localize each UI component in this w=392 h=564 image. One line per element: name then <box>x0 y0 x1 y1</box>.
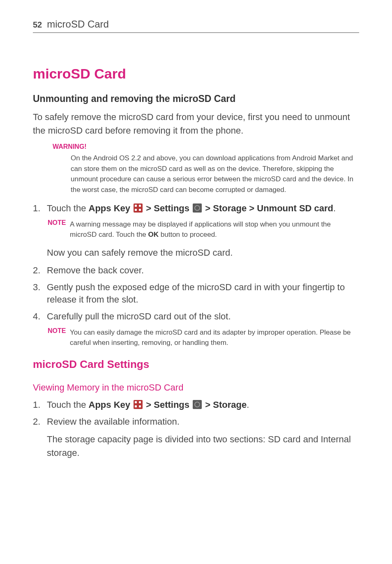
storage-label: Storage <box>213 400 247 410</box>
step-number: 3. <box>33 281 47 307</box>
step-4: 4. Carefully pull the microSD card out o… <box>33 310 359 323</box>
note-text: A warning message may be displayed if ap… <box>70 219 359 240</box>
header-title: microSD Card <box>47 18 109 30</box>
step-body: Carefully pull the microSD card out of t… <box>47 310 359 323</box>
warning-text: On the Android OS 2.2 and above, you can… <box>53 153 355 195</box>
section2-step-2-followup: The storage capacity page is divided int… <box>47 432 359 460</box>
note-2: NOTE You can easily damage the microSD c… <box>48 327 359 348</box>
subtitle-viewing-memory: Viewing Memory in the microSD Card <box>33 382 359 393</box>
storage-label: Storage <box>213 203 247 213</box>
section-title-settings: microSD Card Settings <box>33 358 359 371</box>
note-label: NOTE <box>48 327 70 348</box>
apps-key-icon <box>134 203 143 213</box>
step-number: 4. <box>33 310 47 323</box>
unmount-label: Unmount SD card <box>257 203 333 213</box>
period: . <box>247 400 249 410</box>
ok-button-label: OK <box>148 231 159 238</box>
intro-paragraph: To safely remove the microSD card from y… <box>33 110 359 137</box>
note-text-post: button to proceed. <box>159 231 217 238</box>
page-number: 52 <box>33 20 42 30</box>
step-number: 2. <box>33 416 47 428</box>
settings-icon <box>193 203 202 213</box>
subtitle-unmounting: Unmounting and removing the microSD Card <box>33 93 359 104</box>
separator: > <box>205 400 213 410</box>
note-label: NOTE <box>48 219 70 240</box>
settings-label: Settings <box>154 203 189 213</box>
separator: > <box>205 203 213 213</box>
apps-key-label: Apps Key <box>89 400 130 410</box>
warning-label: WARNING! <box>53 143 355 150</box>
page-header: 52 microSD Card <box>33 18 359 33</box>
settings-label: Settings <box>154 400 189 410</box>
step-body: Touch the Apps Key > Settings > Storage. <box>47 399 359 411</box>
separator: > <box>249 203 257 213</box>
step-1: 1. Touch the Apps Key > Settings > Stora… <box>33 202 359 215</box>
step-body: Gently push the exposed edge of the micr… <box>47 281 359 307</box>
step-body: Remove the back cover. <box>47 264 359 277</box>
step-3: 3. Gently push the exposed edge of the m… <box>33 281 359 307</box>
step-1-followup: Now you can safely remove the microSD ca… <box>47 246 359 259</box>
step-number: 1. <box>33 399 47 411</box>
warning-block: WARNING! On the Android OS 2.2 and above… <box>53 143 359 195</box>
step-2: 2. Remove the back cover. <box>33 264 359 277</box>
step-text: Touch the <box>47 400 89 410</box>
note-text: You can easily damage the microSD card a… <box>70 327 359 348</box>
separator: > <box>146 400 154 410</box>
step-text: Touch the <box>47 203 89 213</box>
settings-icon <box>193 400 202 409</box>
section2-step-1: 1. Touch the Apps Key > Settings > Stora… <box>33 399 359 411</box>
step-body: Touch the Apps Key > Settings > Storage … <box>47 202 359 215</box>
step-number: 2. <box>33 264 47 277</box>
step-body: Review the available information. <box>47 416 359 428</box>
section2-step-2: 2. Review the available information. <box>33 416 359 428</box>
apps-key-label: Apps Key <box>89 203 130 213</box>
separator: > <box>146 203 154 213</box>
apps-key-icon <box>134 400 143 409</box>
note-1: NOTE A warning message may be displayed … <box>48 219 359 240</box>
period: . <box>333 203 336 213</box>
step-number: 1. <box>33 202 47 215</box>
main-title: microSD Card <box>33 66 359 82</box>
